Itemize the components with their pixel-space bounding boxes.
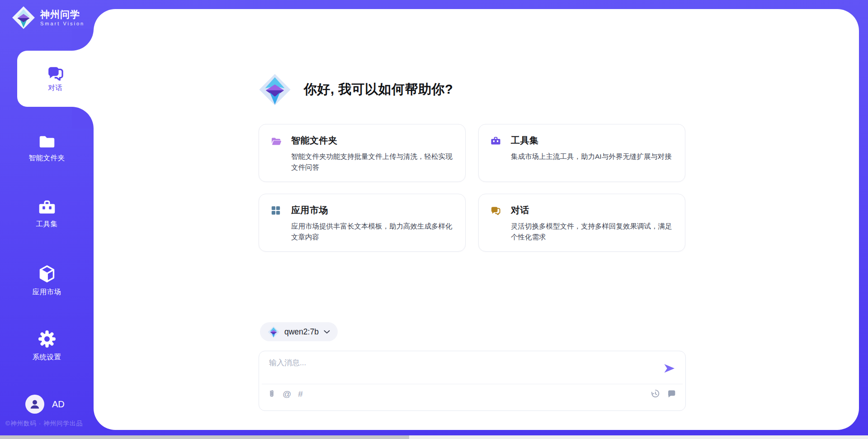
hash-icon[interactable]: # xyxy=(298,390,303,398)
composer-divider xyxy=(262,384,683,384)
brand-text: 神州问学 Smart Vision xyxy=(40,9,85,26)
card-smart-folder[interactable]: 智能文件夹 智能文件夹功能支持批量文件上传与清洗，轻松实现文件问答 xyxy=(259,124,466,182)
brand-gem-logo-icon xyxy=(12,6,35,29)
greeting-title: 你好, 我可以如何帮助你? xyxy=(304,81,453,99)
card-chat[interactable]: 对话 灵活切换多模型文件，支持多样回复效果调试，满足个性化需求 xyxy=(478,194,685,252)
sidebar-item-label: 系统设置 xyxy=(33,353,61,362)
tab-fillet-bottom xyxy=(72,107,94,129)
avatar xyxy=(25,395,44,414)
sidebar-item-toolbox[interactable]: 工具集 xyxy=(0,199,94,229)
sidebar-item-label: 对话 xyxy=(48,83,63,93)
folder-open-icon xyxy=(271,136,282,146)
user-profile[interactable]: AD xyxy=(25,395,65,414)
card-title: 智能文件夹 xyxy=(291,134,338,147)
card-description: 灵活切换多模型文件，支持多样回复效果调试，满足个性化需求 xyxy=(511,221,673,243)
user-name: AD xyxy=(52,399,65,410)
horizontal-scrollbar-thumb[interactable] xyxy=(0,435,409,439)
cube-icon xyxy=(38,264,57,283)
brand-name: 神州问学 xyxy=(40,9,85,19)
sidebar-item-smart-folder[interactable]: 智能文件夹 xyxy=(0,133,94,163)
folder-icon xyxy=(38,133,56,149)
card-app-market[interactable]: 应用市场 应用市场提供丰富长文本模板，助力高效生成多样化文章内容 xyxy=(259,194,466,252)
main-panel: 你好, 我可以如何帮助你? 智能文件夹 智能文件夹功能支持批量文件 xyxy=(94,9,859,430)
message-composer: @ # xyxy=(259,351,686,411)
user-avatar-icon xyxy=(29,398,41,410)
brand-tagline: Smart Vision xyxy=(40,21,85,26)
app-window: 神州问学 Smart Vision 对话 智能文件夹 xyxy=(0,0,868,439)
greeting-gem-logo-icon xyxy=(259,72,291,107)
feature-cards: 智能文件夹 智能文件夹功能支持批量文件上传与清洗，轻松实现文件问答 工具集 xyxy=(259,124,685,252)
horizontal-scrollbar[interactable] xyxy=(0,435,868,439)
message-input[interactable] xyxy=(268,357,654,382)
card-description: 应用市场提供丰富长文本模板，助力高效生成多样化文章内容 xyxy=(291,221,453,243)
sidebar-item-label: 智能文件夹 xyxy=(29,153,65,163)
gear-icon xyxy=(38,329,57,348)
greeting: 你好, 我可以如何帮助你? xyxy=(259,72,453,107)
card-description: 集成市场上主流工具，助力AI与外界无缝扩展与对接 xyxy=(511,151,673,162)
sidebar-item-chat[interactable]: 对话 xyxy=(17,51,94,107)
model-selector[interactable]: qwen2:7b xyxy=(260,322,338,341)
sidebar-item-label: 应用市场 xyxy=(33,287,61,297)
model-gem-logo-icon xyxy=(268,326,279,338)
card-title: 工具集 xyxy=(511,134,539,147)
card-title: 应用市场 xyxy=(291,204,328,216)
history-icon[interactable] xyxy=(651,389,660,398)
chat-bubble-icon[interactable] xyxy=(667,389,676,398)
grid-icon xyxy=(271,205,282,215)
paperclip-icon[interactable] xyxy=(268,389,276,399)
composer-tools-right xyxy=(651,389,676,398)
card-title: 对话 xyxy=(511,204,529,216)
sidebar-footer: ©神州数码 · 神州问学出品 xyxy=(5,420,96,428)
toolbox-icon xyxy=(38,199,56,215)
chat-icon xyxy=(47,65,64,81)
brand: 神州问学 Smart Vision xyxy=(12,6,85,29)
composer-tools-left: @ # xyxy=(268,389,303,399)
send-icon[interactable] xyxy=(663,363,675,374)
briefcase-icon xyxy=(491,136,501,146)
sidebar-item-settings[interactable]: 系统设置 xyxy=(0,329,94,362)
sidebar-item-app-market[interactable]: 应用市场 xyxy=(0,264,94,297)
card-description: 智能文件夹功能支持批量文件上传与清洗，轻松实现文件问答 xyxy=(291,151,453,173)
chevron-down-icon xyxy=(324,330,330,334)
tab-fillet-top xyxy=(72,29,94,51)
model-name: qwen2:7b xyxy=(284,327,319,337)
card-toolbox[interactable]: 工具集 集成市场上主流工具，助力AI与外界无缝扩展与对接 xyxy=(478,124,685,182)
at-icon[interactable]: @ xyxy=(283,390,291,398)
chat-bubbles-icon xyxy=(491,206,501,215)
sidebar-item-label: 工具集 xyxy=(36,220,58,229)
